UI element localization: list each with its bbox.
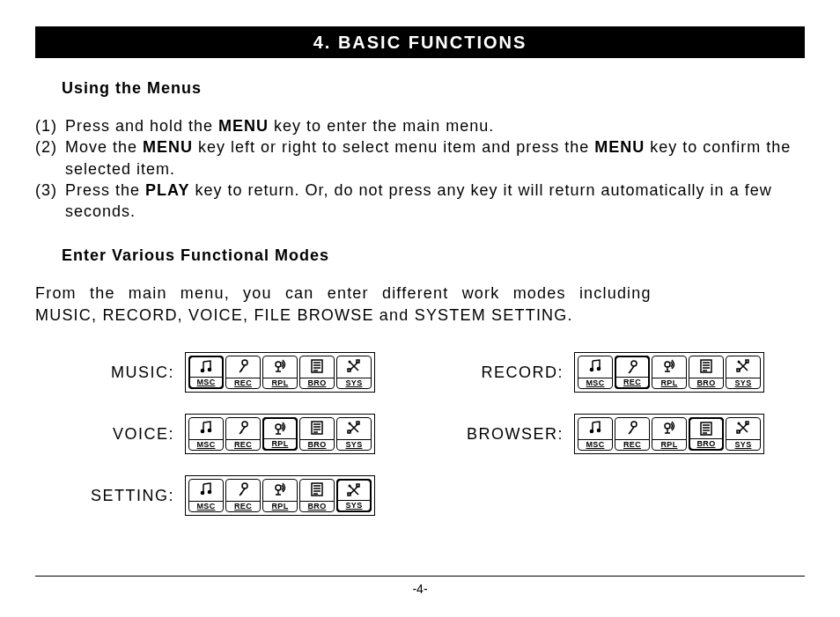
- footer-divider: [35, 576, 805, 577]
- svg-point-2: [242, 360, 247, 365]
- mic-icon: [235, 481, 251, 498]
- instruction-row: (1)Press and hold the MENU key to enter …: [35, 115, 805, 136]
- svg-point-19: [276, 424, 281, 430]
- menu-icon-sys: SYS: [336, 417, 372, 451]
- menu-icon-msc: MSC: [188, 479, 224, 512]
- instruction-number: (1): [35, 115, 65, 136]
- menu-icon-label: MSC: [189, 501, 223, 511]
- menu-icon-bro: BRO: [299, 417, 335, 451]
- instruction-number: (3): [35, 180, 65, 223]
- menu-icon-label: REC: [615, 439, 649, 450]
- menu-icon-label: RPL: [652, 439, 686, 450]
- mode-cell: BROWSER:MSCRECRPLBROSYS: [442, 414, 796, 454]
- menu-icon-label: MSC: [578, 378, 612, 388]
- svg-point-29: [738, 422, 741, 425]
- svg-point-35: [276, 485, 281, 490]
- svg-point-37: [349, 485, 351, 488]
- menu-icon-bro: BRO: [299, 356, 335, 389]
- menu-icon-label: MSC: [578, 439, 612, 450]
- tools-icon: [346, 357, 362, 375]
- music-icon: [198, 358, 214, 376]
- mic-icon: [235, 419, 251, 437]
- menu-icon-rpl: RPL: [262, 356, 298, 389]
- menu-icon-label: SYS: [726, 439, 760, 450]
- mic-icon: [624, 419, 640, 437]
- menu-icon-label: RPL: [264, 438, 296, 449]
- list-icon: [309, 419, 325, 437]
- menu-icon-label: MSC: [189, 439, 223, 450]
- menu-icon-label: REC: [226, 501, 260, 511]
- svg-point-9: [597, 367, 601, 371]
- mode-cell: SETTING:MSCRECRPLBROSYS: [53, 475, 407, 516]
- list-icon: [698, 420, 714, 437]
- mode-cell: RECORD:MSCRECRPLBROSYS: [442, 352, 796, 393]
- svg-point-27: [665, 423, 670, 429]
- menu-icon-label: BRO: [300, 378, 334, 388]
- tools-icon: [735, 357, 751, 375]
- subtitle-using-menus: Using the Menus: [62, 79, 805, 98]
- menu-icon-rec: REC: [225, 479, 261, 512]
- svg-point-26: [631, 422, 637, 427]
- mode-label: BROWSER:: [442, 425, 574, 444]
- menu-icon-rec: REC: [225, 356, 261, 389]
- tools-icon: [735, 419, 751, 437]
- menu-icon-strip: MSCRECRPLBROSYS: [574, 352, 764, 393]
- svg-point-5: [349, 361, 351, 364]
- menu-icon-label: SYS: [726, 378, 760, 388]
- mode-cell: VOICE:MSCRECRPLBROSYS: [53, 414, 407, 454]
- instruction-text: Move the MENU key left or right to selec…: [65, 136, 805, 180]
- menu-icon-label: RPL: [263, 378, 297, 388]
- body-text: From the main menu, you can enter differ…: [35, 283, 805, 326]
- music-icon: [198, 419, 214, 437]
- manual-page: 4. BASIC FUNCTIONS Using the Menus (1)Pr…: [0, 0, 840, 617]
- menu-icon-rpl: RPL: [652, 417, 687, 451]
- instruction-row: (2)Move the MENU key left or right to se…: [35, 136, 805, 180]
- menu-icon-rec: REC: [615, 356, 650, 389]
- list-icon: [309, 357, 325, 375]
- menu-icon-label: BRO: [690, 438, 722, 449]
- menu-icon-msc: MSC: [188, 417, 224, 451]
- menu-icon-msc: MSC: [578, 356, 613, 389]
- svg-point-3: [276, 362, 281, 367]
- page-number: -4-: [0, 582, 840, 596]
- mic-icon: [235, 357, 251, 375]
- svg-point-10: [631, 361, 637, 366]
- svg-point-1: [208, 368, 212, 372]
- menu-icon-rpl: RPL: [262, 479, 298, 512]
- mic-icon: [624, 358, 640, 376]
- list-icon: [698, 357, 714, 375]
- speak-icon: [661, 357, 677, 375]
- instructions-list: (1)Press and hold the MENU key to enter …: [35, 115, 805, 222]
- mode-label: SETTING:: [53, 487, 185, 505]
- menu-icon-strip: MSCRECRPLBROSYS: [185, 352, 375, 393]
- body-line-2: MUSIC, RECORD, VOICE, FILE BROWSE and SY…: [35, 306, 573, 324]
- menu-icon-rpl: RPL: [652, 356, 687, 389]
- menu-icon-rpl: RPL: [262, 417, 298, 451]
- menu-icon-msc: MSC: [188, 356, 224, 389]
- speak-icon: [272, 481, 288, 498]
- menu-icon-label: REC: [226, 378, 260, 388]
- menu-icon-label: RPL: [652, 378, 686, 388]
- instruction-text: Press and hold the MENU key to enter the…: [65, 115, 805, 136]
- svg-point-11: [665, 362, 670, 367]
- menu-icon-rec: REC: [225, 417, 261, 451]
- menu-icon-label: BRO: [300, 501, 334, 511]
- menu-icon-rec: REC: [615, 417, 650, 451]
- list-icon: [309, 481, 325, 498]
- svg-point-34: [242, 483, 247, 488]
- menu-icon-bro: BRO: [689, 356, 724, 389]
- svg-point-13: [738, 361, 741, 364]
- subtitle-functional-modes: Enter Various Functional Modes: [62, 246, 805, 265]
- instruction-number: (2): [35, 136, 65, 180]
- svg-point-25: [597, 429, 601, 433]
- svg-point-17: [208, 429, 212, 433]
- menu-icon-bro: BRO: [299, 479, 335, 512]
- tools-icon: [346, 481, 362, 499]
- menu-icon-sys: SYS: [336, 356, 372, 389]
- body-line-1: From the main menu, you can enter differ…: [35, 284, 652, 302]
- speak-icon: [272, 357, 288, 375]
- mode-label: VOICE:: [53, 425, 185, 444]
- mode-label: RECORD:: [442, 364, 574, 382]
- menu-icon-sys: SYS: [726, 417, 761, 451]
- menu-icon-label: SYS: [337, 378, 371, 388]
